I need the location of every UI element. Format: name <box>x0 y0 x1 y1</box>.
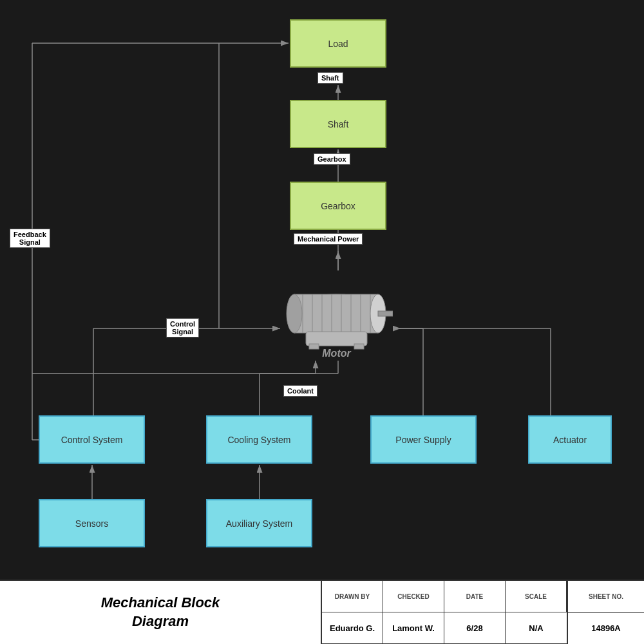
actuator-block: Actuator <box>528 415 612 464</box>
motor-svg <box>280 267 393 361</box>
scale-bottom: N/A <box>506 612 567 644</box>
control-signal-label: ControlSignal <box>166 318 199 337</box>
drawn-by-bottom: Eduardo G. <box>322 612 383 644</box>
mechanical-power-label: Mechanical Power <box>294 233 363 245</box>
title-block: Mechanical BlockDiagram DRAWN BY CHECKED… <box>0 580 644 644</box>
svg-point-37 <box>287 294 302 333</box>
svg-rect-41 <box>309 344 319 349</box>
drawn-by-top: DRAWN BY <box>322 581 383 612</box>
diagram-area: Load Shaft Shaft Gearbox Gearbox Mechani… <box>0 0 644 580</box>
feedback-signal-label: FeedbackSignal <box>10 229 50 248</box>
sheet-no-cell: SHEET NO. 14896A <box>567 581 644 644</box>
sensors-block: Sensors <box>39 499 145 547</box>
motor-label: Motor <box>322 348 350 359</box>
checked-bottom: Lamont W. <box>383 612 444 644</box>
scale-top: SCALE <box>506 581 567 612</box>
auxiliary-system-block: Auxiliary System <box>206 499 312 547</box>
control-system-block: Control System <box>39 415 145 464</box>
cooling-system-block: Cooling System <box>206 415 312 464</box>
motor-container: Motor <box>280 267 393 361</box>
date-top: DATE <box>444 581 506 612</box>
checked-top: CHECKED <box>383 581 444 612</box>
svg-rect-42 <box>354 344 364 349</box>
power-supply-block: Power Supply <box>370 415 477 464</box>
shaft-connection-label: Shaft <box>317 72 343 84</box>
load-block: Load <box>290 19 386 68</box>
svg-rect-28 <box>294 294 378 333</box>
shaft-block: Shaft <box>290 100 386 148</box>
diagram-title: Mechanical BlockDiagram <box>0 581 322 644</box>
gearbox-connection-label: Gearbox <box>314 153 350 165</box>
svg-rect-39 <box>378 311 393 316</box>
date-bottom: 6/28 <box>444 612 506 644</box>
coolant-label: Coolant <box>283 385 317 397</box>
gearbox-block: Gearbox <box>290 182 386 230</box>
title-cells: DRAWN BY CHECKED DATE SCALE Eduardo G. L… <box>322 581 567 644</box>
